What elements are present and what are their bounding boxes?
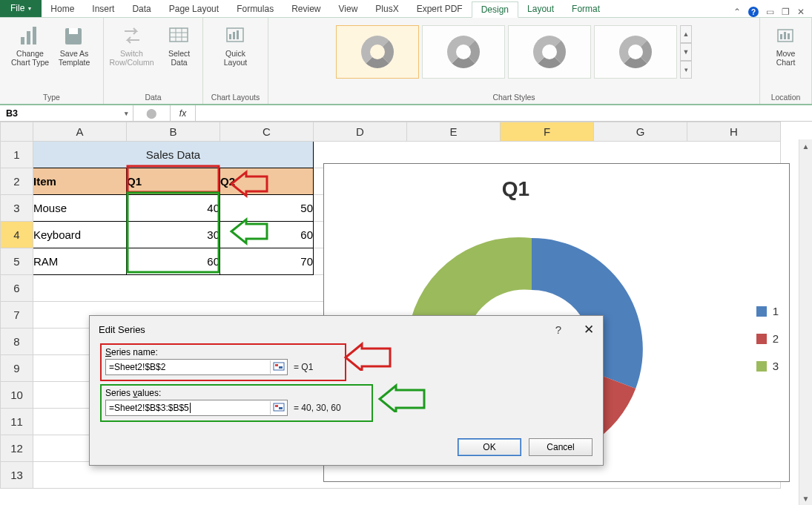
ribbon-min-icon[interactable]: ⌃ (733, 7, 741, 17)
cell-B3[interactable]: 40 (127, 195, 220, 222)
row-header-3[interactable]: 3 (1, 195, 33, 222)
file-tab[interactable]: File (0, 0, 42, 17)
window-close-icon[interactable]: ✕ (797, 7, 805, 17)
cell-A5[interactable]: RAM (33, 248, 127, 275)
col-header-B[interactable]: B (127, 122, 220, 142)
save-as-template-button[interactable]: Save As Template (56, 24, 92, 67)
legend-swatch-1 (756, 306, 767, 317)
svg-rect-13 (237, 30, 239, 39)
chart-style-1[interactable] (336, 25, 419, 79)
save-template-icon (62, 24, 86, 47)
tab-page-layout[interactable]: Page Layout (160, 1, 228, 17)
fx-icon[interactable]: fx (171, 105, 196, 121)
window-minimize-icon[interactable]: ▭ (766, 7, 774, 17)
svg-rect-11 (229, 34, 231, 39)
select-data-button[interactable]: Select Data (162, 24, 197, 67)
help-icon[interactable]: ? (748, 7, 759, 17)
row-header-5[interactable]: 5 (1, 248, 33, 275)
row-header-10[interactable]: 10 (1, 382, 33, 409)
series-values-label: Series values:Series values: (105, 388, 368, 400)
chart-style-2[interactable] (422, 25, 505, 79)
svg-rect-5 (170, 28, 188, 42)
change-chart-type-button[interactable]: Change Chart Type (11, 24, 49, 67)
dialog-help-icon[interactable]: ? (555, 323, 561, 336)
row-header-9[interactable]: 9 (1, 355, 33, 382)
chart-style-4[interactable] (594, 25, 677, 79)
title-bar-controls: ⌃ ? ▭ ❐ ✕ (733, 7, 812, 17)
row-header-1[interactable]: 1 (1, 142, 33, 168)
col-header-H[interactable]: H (687, 122, 781, 142)
row-header-12[interactable]: 12 (1, 435, 33, 462)
tab-review[interactable]: Review (283, 1, 329, 17)
cell-C5[interactable]: 70 (220, 248, 314, 275)
formula-bar: B3 ⬤ fx (0, 105, 812, 122)
chart-title[interactable]: Q1 (324, 177, 707, 201)
table-title[interactable]: Sales Data (33, 142, 314, 168)
cell-B5[interactable]: 60 (127, 248, 220, 275)
vertical-scrollbar[interactable]: ▲ ▼ (799, 139, 812, 505)
svg-rect-2 (33, 27, 36, 44)
tab-data[interactable]: Data (123, 1, 159, 17)
series-values-input[interactable]: =Sheet2!$B$3:$B$5 (105, 400, 288, 416)
tab-insert[interactable]: Insert (83, 1, 123, 17)
row-header-2[interactable]: 2 (1, 168, 33, 195)
chart-style-3[interactable] (508, 25, 591, 79)
tab-plusx[interactable]: PlusX (366, 1, 407, 17)
switch-rc-icon (120, 24, 144, 47)
collapse-dialog-icon-2[interactable] (270, 401, 286, 415)
hdr-q1[interactable]: Q1 (127, 168, 220, 195)
select-data-icon (168, 24, 191, 47)
group-data-label: Data (110, 91, 197, 104)
cell-B4[interactable]: 30 (127, 222, 220, 248)
tab-format[interactable]: Format (563, 1, 609, 17)
svg-rect-15 (780, 34, 782, 39)
cell-A3[interactable]: Mouse (33, 195, 127, 222)
chart-legend[interactable]: 1 2 3 (756, 305, 779, 387)
tab-home[interactable]: Home (42, 1, 83, 17)
group-location-label: Location (766, 91, 805, 104)
svg-rect-24 (275, 405, 278, 407)
window-restore-icon[interactable]: ❐ (782, 7, 790, 17)
tab-expert-pdf[interactable]: Expert PDF (408, 1, 472, 17)
gallery-scroll-up[interactable]: ▲ (680, 25, 692, 43)
hdr-q2[interactable]: Q2 (220, 168, 314, 195)
dialog-title: Edit Series (99, 324, 145, 335)
dialog-close-icon[interactable]: ✕ (584, 322, 594, 337)
tab-formulas[interactable]: Formulas (228, 1, 283, 17)
group-styles-label: Chart Styles (274, 91, 753, 104)
row-header-6[interactable]: 6 (1, 275, 33, 302)
tab-view[interactable]: View (330, 1, 367, 17)
col-header-F[interactable]: F (501, 122, 594, 142)
series-name-input[interactable]: =Sheet2!$B$2 (105, 359, 288, 375)
row-header-13[interactable]: 13 (1, 462, 33, 489)
formula-input[interactable] (196, 105, 812, 121)
switch-row-column-button[interactable]: Switch Row/Column (109, 24, 154, 67)
col-header-C[interactable]: C (220, 122, 314, 142)
row-header-11[interactable]: 11 (1, 409, 33, 435)
scroll-up-icon[interactable]: ▲ (799, 139, 812, 153)
col-header-A[interactable]: A (33, 122, 127, 142)
cancel-button[interactable]: Cancel (529, 438, 593, 456)
col-header-D[interactable]: D (314, 122, 407, 142)
cell-C3[interactable]: 50 (220, 195, 314, 222)
move-chart-button[interactable]: Move Chart (768, 24, 804, 67)
cell-C4[interactable]: 60 (220, 222, 314, 248)
quick-layout-button[interactable]: Quick Layout (218, 24, 254, 67)
collapse-dialog-icon[interactable] (270, 360, 286, 374)
tab-design[interactable]: Design (472, 1, 518, 18)
tab-layout[interactable]: Layout (518, 1, 563, 17)
row-header-4[interactable]: 4 (1, 222, 33, 248)
row-header-8[interactable]: 8 (1, 329, 33, 355)
gallery-scroll-down[interactable]: ▼ (680, 43, 692, 61)
cell-A4[interactable]: Keyboard (33, 222, 127, 248)
hdr-item[interactable]: Item (33, 168, 127, 195)
ok-button[interactable]: OK (458, 438, 521, 456)
select-all-corner[interactable] (1, 122, 33, 142)
name-box[interactable]: B3 (0, 105, 133, 121)
svg-rect-0 (21, 37, 24, 44)
gallery-more[interactable]: ▾ (680, 61, 692, 79)
scroll-down-icon[interactable]: ▼ (799, 492, 812, 505)
row-header-7[interactable]: 7 (1, 302, 33, 329)
col-header-E[interactable]: E (407, 122, 501, 142)
col-header-G[interactable]: G (594, 122, 687, 142)
